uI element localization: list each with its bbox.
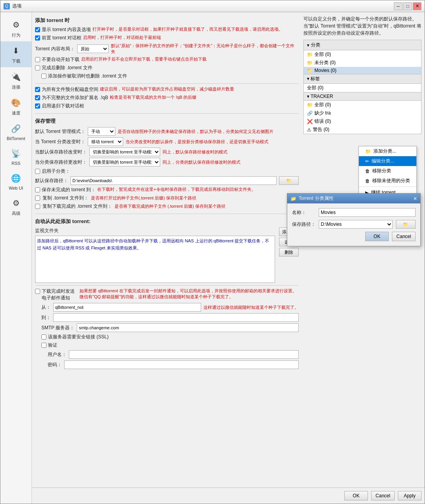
dialog-name-input[interactable] (319, 208, 416, 217)
dialog-close-btn[interactable]: ✕ (413, 196, 417, 201)
dialog-path-select[interactable]: D:\Movies (319, 220, 393, 229)
tracker-error[interactable]: ❌ 错误 (0) (304, 117, 421, 126)
context-menu-edit[interactable]: ✏ 编辑分类... (359, 156, 416, 166)
default-save-input[interactable] (70, 176, 277, 185)
bottom-bar: OK Cancel Apply (32, 487, 425, 504)
tracker-error-label: 错误 (0) (314, 118, 331, 125)
checkbox-ssl: 该服务器需要安全链接 (SSL) (41, 334, 299, 340)
main-content: 添加 torrent 时 显示 torrent 内容及选项 打开种子时，是否显示… (32, 12, 425, 504)
category-path-change-select[interactable]: 切换受影响的 torrent 至手动模式 (89, 158, 160, 166)
default-mode-select[interactable]: 手动 自动 (88, 127, 115, 136)
dialog-path-browse-btn[interactable]: 📁 (396, 220, 416, 229)
checkbox-delete-on-cancel-input[interactable] (41, 74, 46, 79)
bittorrent-icon: 🔗 (10, 122, 22, 135)
sidebar-item-download[interactable]: ⬇ 下载 (0, 41, 31, 67)
section3-header: 保存管理 (35, 118, 299, 125)
checkbox-preallocate-desc: 建议启用，可以提前为所下载的文件占用磁盘空间，减少磁盘碎片数量 (100, 86, 234, 92)
checkbox-sub-category-label: 启用子分类： (42, 168, 70, 175)
checkbox-foreground-input[interactable] (35, 35, 40, 41)
tag-all[interactable]: 全部 (0) (304, 84, 421, 92)
dialog-path-row: 保存路径： D:\Movies 📁 (292, 220, 416, 229)
cancel-btn[interactable]: Cancel (371, 491, 395, 500)
tracker-section-title: TRACKER (310, 94, 333, 99)
dialog-buttons: OK Cancel (292, 232, 416, 241)
checkbox-preallocate-label: 为所有文件预分配磁盘空间 (42, 86, 98, 93)
default-save-browse-btn[interactable]: 📁 (279, 176, 299, 185)
sidebar-item-bittorrent[interactable]: 🔗 BitTorrent (0, 119, 31, 144)
edit-icon: ✏ (365, 159, 369, 164)
password-input[interactable] (64, 360, 299, 369)
tracker-warning[interactable]: ⚠ 警告 (0) (304, 126, 421, 134)
category-all[interactable]: 📁 全部 (0) (304, 50, 421, 59)
tracker-missing-label: 缺少 tra (314, 110, 331, 116)
category-panel: ▾ 分类 📁 全部 (0) 📁 未分类 (0) 📁 (303, 40, 421, 134)
sidebar-label-connection: 连接 (12, 84, 20, 90)
sidebar-item-rss[interactable]: 📡 RSS (0, 144, 31, 169)
sidebar: ⚙ 行为 ⬇ 下载 🔌 连接 🎨 速度 🔗 BitTorrent 📡 RSS (0, 12, 32, 504)
close-button[interactable]: ✕ (413, 2, 421, 10)
category-movies[interactable]: 📁 Movies (0) (304, 67, 421, 74)
dialog-cancel-btn[interactable]: Cancel (392, 232, 416, 241)
minimize-button[interactable]: ─ (394, 2, 403, 10)
from-input[interactable] (53, 303, 201, 312)
context-menu-remove-unused[interactable]: 🗑 移除未使用的分类 (359, 176, 416, 186)
checkbox-recursive-input[interactable] (35, 103, 40, 109)
checkbox-preallocate-input[interactable] (35, 87, 40, 92)
checkbox-incomplete-save: 保存未完成的 torrent 到： 在下载时，暂完成文件在这里+令临时保存路径，… (35, 186, 299, 193)
download-icon: ⬇ (10, 44, 22, 57)
default-mode-desc: 是否自动按照种子的分类来确定保存路径，默认为手动，分类如何定义见右侧图片 (118, 129, 273, 135)
chevron-down-icon: ▾ (307, 42, 309, 48)
checkbox-incomplete-save-input[interactable] (35, 187, 40, 192)
category-uncategorized-label: 未分类 (0) (314, 59, 336, 66)
category-change-select[interactable]: 移动 torrent 切换至手动模式 (88, 137, 123, 146)
checkbox-no-auto-start-input[interactable] (35, 57, 40, 62)
sidebar-label-speed: 速度 (12, 110, 20, 116)
default-path-change-select[interactable]: 切换受影响的 torrent 至手动模式 (89, 148, 160, 156)
username-input[interactable] (69, 350, 299, 359)
title-bar: Q 选项 ─ □ ✕ (0, 0, 425, 12)
checkbox-ssl-input[interactable] (41, 334, 46, 340)
checkbox-auth: 验证 (41, 342, 299, 349)
sidebar-item-advanced[interactable]: ⚙ 高级 (0, 194, 31, 220)
dialog-ok-btn[interactable]: OK (365, 232, 389, 241)
tracker-all[interactable]: 📁 全部 (0) (304, 101, 421, 109)
tracker-section-header[interactable]: ▾ TRACKER (304, 92, 421, 101)
left-panel: 添加 torrent 时 显示 torrent 内容及选项 打开种子时，是否显示… (35, 15, 300, 369)
watch-remove-btn[interactable]: 删除 (279, 248, 299, 257)
checkbox-foreground-desc: 启用时，打开种子时，对话框处于最前端 (83, 35, 161, 41)
copy-done-checkbox[interactable] (35, 204, 40, 209)
speed-icon: 🎨 (10, 96, 22, 109)
to-input[interactable] (53, 313, 299, 322)
apply-btn[interactable]: Apply (398, 491, 421, 500)
checkbox-auth-input[interactable] (41, 343, 46, 348)
checkbox-email-input[interactable] (35, 289, 40, 294)
add-folder-icon: 📁 (365, 149, 371, 154)
main-window: Q 选项 ─ □ ✕ ⚙ 行为 ⬇ 下载 🔌 连接 🎨 速度 (0, 0, 425, 504)
layout-select[interactable]: 原始 创建子文件夹 不创建子文件夹 (77, 44, 109, 53)
tag-section-header[interactable]: ▾ 标签 (304, 74, 421, 84)
remove-icon: 🗑 (365, 168, 370, 174)
checkbox-ssl-label: 该服务器需要安全链接 (SSL) (48, 334, 109, 340)
checkbox-sub-category-input[interactable] (35, 169, 40, 174)
checkbox-show-content-label: 显示 torrent 内容及选项 (42, 26, 91, 33)
checkbox-delete-torrent-input[interactable] (35, 65, 40, 70)
context-menu-add[interactable]: 📁 添加分类... (359, 146, 416, 156)
checkbox-add-extension: 为不完整的文件添加扩展名 .!qB 检查是否有下载完成的文件加一个 !qB 的后… (35, 94, 299, 101)
layout-desc: 默认"原始"：保持种子的文件的样子；"创建子文件夹"：无论种子是什么样子，都会创… (111, 43, 299, 55)
checkbox-add-extension-input[interactable] (35, 95, 40, 100)
sidebar-item-speed[interactable]: 🎨 速度 (0, 93, 31, 119)
sidebar-item-behavior[interactable]: ⚙ 行为 (0, 15, 31, 41)
tracker-missing[interactable]: 🔗 缺少 tra (304, 109, 421, 117)
checkbox-show-content-input[interactable] (35, 27, 40, 32)
password-label: 密码： (48, 362, 62, 368)
sidebar-item-connection[interactable]: 🔌 连接 (0, 67, 31, 93)
category-uncategorized[interactable]: 📁 未分类 (0) (304, 59, 421, 67)
ok-btn[interactable]: OK (344, 491, 368, 500)
smtp-input[interactable] (77, 323, 299, 332)
sidebar-item-webui[interactable]: 🌐 Web UI (0, 169, 31, 194)
maximize-button[interactable]: □ (403, 2, 412, 10)
chevron-right-icon: ▾ (307, 76, 309, 81)
copy-done-desc: 是否将下载完成的种子文件 (.torrent 后缀) 保存到某个路径 (115, 203, 225, 209)
copy-torrent-checkbox[interactable] (35, 196, 40, 201)
context-menu-remove[interactable]: 🗑 移除分类 (359, 166, 416, 176)
